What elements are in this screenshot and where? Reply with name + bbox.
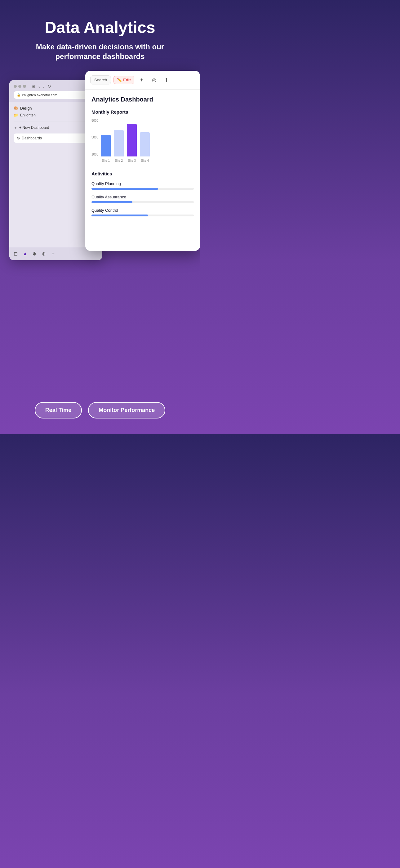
- activity-quality-control-bar-bg: [92, 215, 194, 216]
- chat-icon: ◎: [152, 77, 156, 83]
- hero-section: Data Analytics Make data-driven decision…: [0, 0, 200, 71]
- grid-icon[interactable]: ⊞: [32, 84, 35, 89]
- y-label-3000: 3000: [92, 136, 98, 139]
- mockup-area: ⊞ ‹ › ↻ 🔒 enlighten.axonator.com 🎨 Desig…: [0, 71, 200, 390]
- bar-site1-fill: [101, 135, 111, 156]
- bar-site4-label: Site 4: [141, 159, 149, 162]
- hero-title: Data Analytics: [12, 19, 188, 36]
- folder-icon: 📁: [14, 113, 18, 117]
- new-dashboard-label: + New Dashboard: [19, 125, 49, 130]
- activity-quality-control-name: Quality Control: [92, 208, 194, 213]
- edit-pencil-icon: ✏️: [117, 78, 122, 82]
- hero-subtitle: Make data-driven decisions with our perf…: [12, 42, 188, 61]
- address-text: enlighten.axonator.com: [22, 93, 57, 97]
- dot-green: [23, 85, 26, 88]
- forward-icon[interactable]: ›: [43, 84, 45, 89]
- bar-site4-fill: [140, 132, 150, 156]
- activity-quality-assurance: Quality Assuarance: [92, 195, 194, 203]
- enlighten-label: Enlighten: [20, 113, 36, 117]
- cursor-icon[interactable]: ▲: [23, 251, 28, 256]
- analytics-toolbar: Search ✏️ Edit ✦ ◎ ⬆: [85, 71, 200, 90]
- activity-quality-control-bar-fill: [92, 215, 148, 216]
- activities-section: Activities Quality Planning Quality Assu…: [92, 171, 194, 216]
- dashboards-label: Dashboards: [22, 136, 42, 140]
- chart-section: Monthly Reports 5000 3000 1000 Site 1: [92, 109, 194, 162]
- bar-site2: Site 2: [114, 130, 124, 162]
- bar-site3: Site 3: [127, 124, 137, 162]
- y-label-1000: 1000: [92, 153, 98, 156]
- wand-icon: ✦: [139, 77, 143, 83]
- bar-site1-label: Site 1: [102, 159, 110, 162]
- edit-button[interactable]: ✏️ Edit: [113, 76, 134, 84]
- asterisk-icon[interactable]: ✱: [33, 251, 37, 257]
- browser-nav-icons: ⊞ ‹ › ↻: [32, 84, 51, 89]
- bottom-pills-section: Real Time Monitor Performance: [0, 390, 200, 434]
- design-label: Design: [20, 106, 32, 111]
- plus-icon: ＋: [14, 125, 18, 130]
- search-box[interactable]: Search: [90, 75, 111, 85]
- activity-quality-planning-name: Quality Planning: [92, 181, 194, 186]
- bar-site3-label: Site 3: [128, 159, 136, 162]
- dashboards-icon: ⊙: [17, 136, 20, 140]
- table-icon[interactable]: ⊟: [14, 251, 18, 257]
- y-label-5000: 5000: [92, 119, 98, 122]
- bar-site3-fill: [127, 124, 137, 156]
- analytics-content: Analytics Dashboard Monthly Reports 5000…: [85, 90, 200, 227]
- design-icon: 🎨: [14, 106, 18, 111]
- monitor-performance-pill[interactable]: Monitor Performance: [88, 402, 165, 418]
- activity-quality-assurance-bar-bg: [92, 201, 194, 203]
- activity-quality-assurance-name: Quality Assuarance: [92, 195, 194, 199]
- activity-quality-planning-bar-bg: [92, 188, 194, 190]
- analytics-dashboard-title: Analytics Dashboard: [92, 96, 194, 103]
- back-icon[interactable]: ‹: [38, 84, 40, 89]
- plus-tool-icon[interactable]: ＋: [51, 251, 56, 257]
- edit-label: Edit: [123, 78, 131, 82]
- activities-title: Activities: [92, 171, 194, 176]
- reload-icon[interactable]: ↻: [47, 84, 51, 89]
- activity-quality-planning-bar-fill: [92, 188, 158, 190]
- browser-dots: [14, 85, 26, 88]
- chart-area: 5000 3000 1000 Site 1 Site 2: [92, 119, 194, 162]
- chat-action[interactable]: ◎: [149, 75, 159, 85]
- analytics-panel: Search ✏️ Edit ✦ ◎ ⬆ Analytics Dashboard…: [85, 71, 200, 251]
- lock-icon: 🔒: [17, 93, 21, 97]
- dot-red: [14, 85, 17, 88]
- chart-title: Monthly Reports: [92, 109, 194, 115]
- activity-quality-assurance-bar-fill: [92, 201, 132, 203]
- activity-quality-planning: Quality Planning: [92, 181, 194, 190]
- bar-site2-fill: [114, 130, 124, 156]
- bar-site2-label: Site 2: [115, 159, 123, 162]
- chart-y-labels: 5000 3000 1000: [92, 119, 98, 156]
- wand-action[interactable]: ✦: [137, 75, 147, 85]
- dot-yellow: [18, 85, 22, 88]
- real-time-pill[interactable]: Real Time: [35, 402, 82, 418]
- activity-quality-control: Quality Control: [92, 208, 194, 216]
- share-icon: ⬆: [164, 77, 168, 83]
- chart-bars: Site 1 Site 2 Site 3 Site 4: [101, 125, 194, 162]
- layers-icon[interactable]: ⊕: [41, 251, 45, 257]
- share-action[interactable]: ⬆: [162, 75, 171, 85]
- bar-site4: Site 4: [140, 132, 150, 162]
- bar-site1: Site 1: [101, 135, 111, 162]
